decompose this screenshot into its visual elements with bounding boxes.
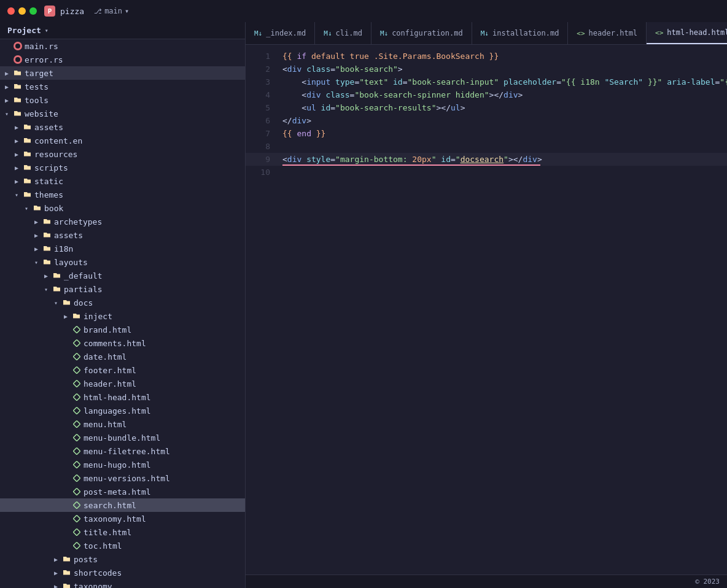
tab-file-icon: <> [577,29,585,37]
branch-info[interactable]: ⎇ main ▾ [94,7,129,15]
sidebar-item-posts[interactable]: ▶posts [0,552,245,566]
sidebar-item-menu-versions-html[interactable]: menu-versions.html [0,471,245,485]
sidebar-item-taxonomy-html[interactable]: taxonomy.html [0,512,245,525]
sidebar-item-archetypes[interactable]: ▶archetypes [0,215,245,228]
tab-header-html[interactable]: <>header.html [568,22,647,44]
sidebar-item-partials[interactable]: ▾partials [0,282,245,296]
sidebar-item-menu-hugo-html[interactable]: menu-hugo.html [0,458,245,471]
tree-item-label: brand.html [84,325,131,335]
app-icon: P [44,6,55,17]
sidebar-item-static[interactable]: ▶static [0,174,245,188]
line-content: <input type="text" id="book-search-input… [282,77,727,87]
tab-html-head-html[interactable]: <>html-head.html [647,22,727,44]
sidebar-item-layouts[interactable]: ▾layouts [0,255,245,269]
tab-configuration-md[interactable]: M↓configuration.md [371,22,472,44]
tree-item-label: book [44,204,63,213]
sidebar-item-resources[interactable]: ▶resources [0,147,245,161]
sidebar-item-toc-html[interactable]: toc.html [0,539,245,552]
sidebar-item-title-html[interactable]: title.html [0,525,245,539]
tab-label: cli.md [336,29,362,37]
minimize-button[interactable] [18,7,26,15]
tree-item-label: content.en [34,136,82,145]
svg-rect-5 [73,393,80,400]
sidebar-item-assets[interactable]: ▶assets [0,120,245,134]
sidebar-item-languages-html[interactable]: languages.html [0,404,245,417]
sidebar-item-scripts[interactable]: ▶scripts [0,161,245,174]
line-content: <div class="book-search"> [282,64,403,74]
sidebar-item-target[interactable]: ▶target [0,66,245,80]
chevron-icon: ▶ [54,583,63,589]
tree-item-label: date.html [84,352,126,362]
sidebar-item-website[interactable]: ▾website [0,107,245,120]
sidebar-item-menu-filetree-html[interactable]: menu-filetree.html [0,444,245,458]
sidebar-item-menu-html[interactable]: menu.html [0,417,245,431]
tab-cli-md[interactable]: M↓cli.md [315,22,371,44]
tab-installation-md[interactable]: M↓installation.md [472,22,569,44]
attribution: © 2023 [695,578,720,586]
project-header[interactable]: Project ▾ [0,22,245,39]
sidebar-item-assets2[interactable]: ▶assets [0,228,245,242]
sidebar-item-date-html[interactable]: date.html [0,350,245,363]
sidebar-item-content-en[interactable]: ▶content.en [0,134,245,147]
svg-rect-6 [73,407,80,414]
main-layout: Project ▾ main.rserror.rs▶target▶tests▶t… [0,22,727,588]
svg-rect-0 [73,326,80,333]
tree-item-label: partials [64,285,103,294]
sidebar-item-docs[interactable]: ▾docs [0,296,245,309]
sidebar-item-inject[interactable]: ▶inject [0,309,245,323]
sidebar-item-html-head-html[interactable]: html-head.html [0,390,245,404]
rust-file-icon [14,55,22,64]
sidebar-item-search-html[interactable]: search.html [0,498,245,512]
html-file-icon [72,420,81,428]
line-number: 3 [251,77,270,87]
chevron-icon: ▶ [15,151,23,158]
sidebar-item-book[interactable]: ▾book [0,201,245,215]
line-content: {{ end }} [282,129,325,138]
sidebar-item-taxonomy[interactable]: ▶taxonomy [0,579,245,588]
tree-item-label: footer.html [84,366,136,375]
sidebar-item-tools[interactable]: ▶tools [0,93,245,107]
chevron-icon: ▶ [5,83,14,90]
sidebar-item-menu-bundle-html[interactable]: menu-bundle.html [0,431,245,444]
tree-item-label: tests [25,82,49,91]
tab-index-md[interactable]: M↓_index.md [246,22,315,44]
svg-rect-8 [73,434,80,441]
sidebar-item-brand-html[interactable]: brand.html [0,323,245,336]
line-number: 6 [251,116,270,125]
line-number: 7 [251,129,270,138]
tree-item-label: menu.html [84,420,126,429]
maximize-button[interactable] [29,7,37,15]
code-line-6: 6</div> [246,114,727,127]
html-file-icon [72,366,81,374]
line-content: <div style="margin-bottom: 20px" id="doc… [282,155,542,164]
chevron-icon: ▶ [15,178,23,185]
sidebar-item-tests[interactable]: ▶tests [0,80,245,93]
close-button[interactable] [7,7,15,15]
html-file-icon [72,339,81,347]
chevron-icon: ▾ [5,110,14,117]
sidebar: Project ▾ main.rserror.rs▶target▶tests▶t… [0,22,246,588]
tab-file-icon: M↓ [324,29,332,37]
sidebar-item-comments-html[interactable]: comments.html [0,336,245,350]
sidebar-item-i18n[interactable]: ▶i18n [0,242,245,255]
chevron-icon: ▶ [15,137,23,144]
tabs-bar: M↓_index.mdM↓cli.mdM↓configuration.mdM↓i… [246,22,727,45]
svg-rect-1 [73,339,80,346]
sidebar-item-shortcodes[interactable]: ▶shortcodes [0,566,245,579]
tree-item-label: menu-filetree.html [84,447,170,456]
sidebar-item-footer-html[interactable]: footer.html [0,363,245,377]
sidebar-item-error-rs[interactable]: error.rs [0,53,245,66]
chevron-icon: ▶ [34,232,43,239]
tree-item-label: shortcodes [74,568,122,578]
sidebar-item-header-html[interactable]: header.html [0,377,245,390]
svg-rect-15 [73,528,80,535]
code-line-5: 5 <ul id="book-search-results"></ul> [246,101,727,114]
tree-item-label: menu-hugo.html [84,460,151,470]
sidebar-item-main-rs[interactable]: main.rs [0,39,245,53]
sidebar-item-themes[interactable]: ▾themes [0,188,245,201]
tree-item-label: assets [34,123,63,132]
sidebar-item-_default[interactable]: ▶_default [0,269,245,282]
sidebar-item-post-meta-html[interactable]: post-meta.html [0,485,245,498]
svg-rect-16 [73,542,80,549]
tab-label: html-head.html [667,28,727,37]
